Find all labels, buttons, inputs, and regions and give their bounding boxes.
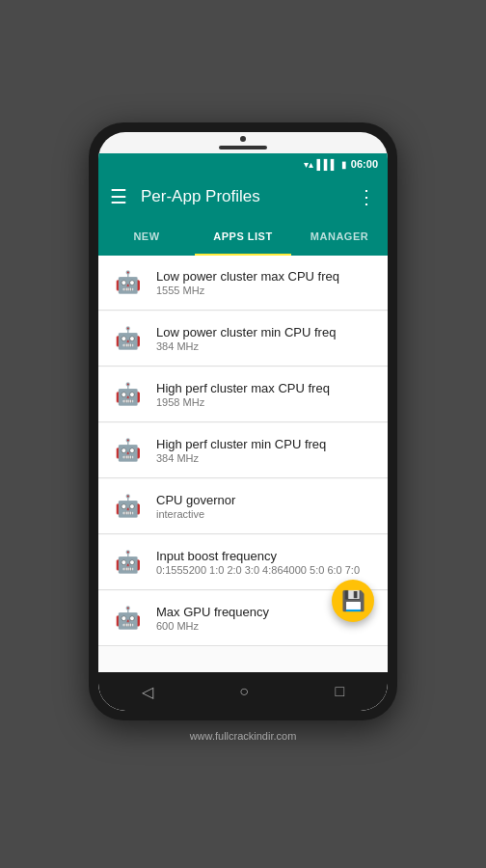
- phone-screen: ▾▴ ▌▌▌ ▮ 06:00 ☰ Per-App Profiles ⋮ NEW …: [98, 132, 388, 711]
- item-title: Input boost frequency: [156, 549, 374, 563]
- item-subtitle: 1958 MHz: [156, 396, 374, 408]
- list-item[interactable]: 🤖 Low power cluster min CPU freq 384 MHz: [98, 312, 388, 366]
- app-icon: 🤖: [112, 435, 143, 466]
- list-item[interactable]: 🤖 Low power cluster max CPU freq 1555 MH…: [98, 256, 388, 311]
- recents-button[interactable]: □: [328, 675, 353, 708]
- tab-apps-list[interactable]: APPS LIST: [195, 219, 291, 256]
- item-text: High perf cluster min CPU freq 384 MHz: [156, 437, 374, 464]
- item-title: CPU governor: [156, 493, 374, 507]
- item-subtitle: 1555 MHz: [156, 285, 374, 296]
- bug-icon: 🤖: [115, 438, 141, 463]
- tab-new[interactable]: NEW: [98, 219, 195, 256]
- item-subtitle: interactive: [156, 508, 374, 520]
- bug-icon: 🤖: [115, 270, 141, 295]
- item-text: CPU governor interactive: [156, 493, 374, 520]
- tab-manager[interactable]: MANAGER: [291, 219, 388, 256]
- item-subtitle: 384 MHz: [156, 340, 374, 352]
- camera: [240, 136, 246, 142]
- item-title: Low power cluster max CPU freq: [156, 269, 374, 284]
- app-icon: 🤖: [112, 547, 143, 578]
- overflow-menu-icon[interactable]: ⋮: [357, 185, 376, 208]
- phone-frame: ▾▴ ▌▌▌ ▮ 06:00 ☰ Per-App Profiles ⋮ NEW …: [89, 122, 397, 720]
- item-text: High perf cluster max CPU freq 1958 MHz: [156, 381, 374, 408]
- bug-icon: 🤖: [115, 326, 141, 351]
- item-text: Input boost frequency 0:1555200 1:0 2:0 …: [156, 549, 374, 576]
- app-icon: 🤖: [112, 491, 143, 522]
- status-icons: ▾▴ ▌▌▌ ▮ 06:00: [304, 158, 378, 170]
- status-bar: ▾▴ ▌▌▌ ▮ 06:00: [98, 153, 388, 175]
- item-subtitle: 384 MHz: [156, 452, 374, 464]
- app-icon: 🤖: [112, 603, 143, 634]
- back-button[interactable]: ◁: [134, 675, 161, 709]
- item-title: High perf cluster max CPU freq: [156, 381, 374, 395]
- save-fab-button[interactable]: 💾: [332, 580, 374, 622]
- item-subtitle: 600 MHz: [156, 620, 374, 632]
- item-text: Low power cluster max CPU freq 1555 MHz: [156, 269, 374, 296]
- navigation-bar: ◁ ○ □: [98, 672, 388, 711]
- signal-icon: ▌▌▌: [317, 159, 338, 170]
- speaker: [219, 146, 267, 149]
- item-subtitle: 0:1555200 1:0 2:0 3:0 4:864000 5:0 6:0 7…: [156, 564, 374, 576]
- list-item[interactable]: 🤖 CPU governor interactive: [98, 479, 388, 534]
- app-icon: 🤖: [112, 267, 143, 298]
- bug-icon: 🤖: [115, 494, 141, 519]
- wifi-icon: ▾▴: [304, 159, 313, 170]
- clock: 06:00: [351, 158, 378, 170]
- list-item[interactable]: 🤖 High perf cluster max CPU freq 1958 MH…: [98, 367, 388, 422]
- page-title: Per-App Profiles: [141, 187, 343, 206]
- list-item[interactable]: 🤖 High perf cluster min CPU freq 384 MHz: [98, 423, 388, 478]
- item-title: High perf cluster min CPU freq: [156, 437, 374, 451]
- item-text: Low power cluster min CPU freq 384 MHz: [156, 325, 374, 352]
- battery-icon: ▮: [341, 159, 347, 170]
- toolbar: ☰ Per-App Profiles ⋮: [98, 175, 388, 219]
- home-button[interactable]: ○: [231, 675, 256, 708]
- app-icon: 🤖: [112, 323, 143, 354]
- bug-icon: 🤖: [115, 382, 141, 407]
- tab-bar: NEW APPS LIST MANAGER: [98, 219, 388, 256]
- app-icon: 🤖: [112, 379, 143, 410]
- item-title: Low power cluster min CPU freq: [156, 325, 374, 339]
- content-area: 🤖 Low power cluster max CPU freq 1555 MH…: [98, 256, 388, 672]
- bug-icon: 🤖: [115, 606, 141, 631]
- hamburger-icon[interactable]: ☰: [110, 185, 127, 208]
- bug-icon: 🤖: [115, 550, 141, 575]
- watermark: www.fullcrackindir.com: [190, 726, 297, 746]
- save-icon: 💾: [341, 589, 365, 612]
